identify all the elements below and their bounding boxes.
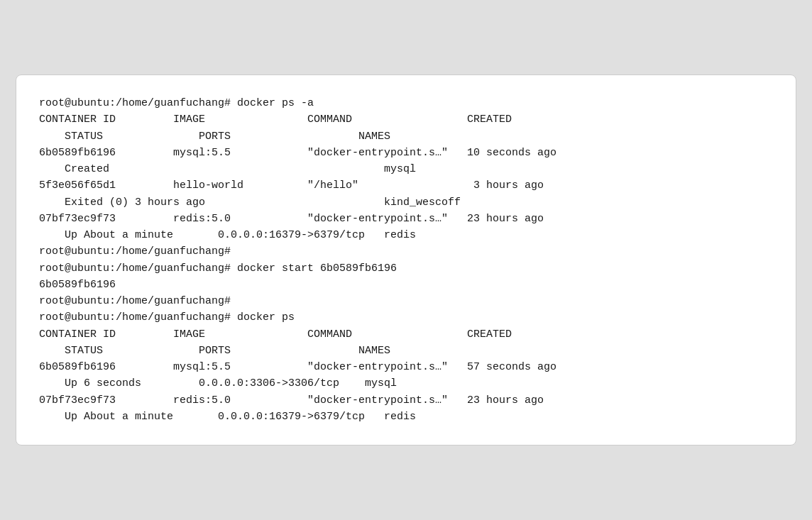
terminal-line-header2a: CONTAINER ID IMAGE COMMAND CREATED	[39, 326, 773, 343]
terminal-line-row5a: 07bf73ec9f73 redis:5.0 "docker-entrypoin…	[39, 392, 773, 409]
terminal-line-header1b: STATUS PORTS NAMES	[39, 128, 773, 145]
terminal-line-cmd5: root@ubuntu:/home/guanfuchang# docker ps	[39, 309, 773, 326]
terminal-line-cmd3: root@ubuntu:/home/guanfuchang# docker st…	[39, 260, 773, 277]
terminal-line-cmd2: root@ubuntu:/home/guanfuchang#	[39, 243, 773, 260]
terminal-window: root@ubuntu:/home/guanfuchang# docker ps…	[16, 74, 796, 446]
terminal-line-row1a: 6b0589fb6196 mysql:5.5 "docker-entrypoin…	[39, 145, 773, 161]
terminal-line-header1a: CONTAINER ID IMAGE COMMAND CREATED	[39, 111, 773, 128]
terminal-line-startout: 6b0589fb6196	[39, 277, 773, 293]
terminal-line-row3b: Up About a minute 0.0.0.0:16379->6379/tc…	[39, 227, 773, 243]
terminal-line-row3a: 07bf73ec9f73 redis:5.0 "docker-entrypoin…	[39, 211, 773, 227]
terminal-line-row4b: Up 6 seconds 0.0.0.0:3306->3306/tcp mysq…	[39, 375, 773, 392]
terminal-line-row5b: Up About a minute 0.0.0.0:16379->6379/tc…	[39, 409, 773, 425]
terminal-line-row2a: 5f3e056f65d1 hello-world "/hello" 3 hour…	[39, 177, 773, 194]
terminal-line-cmd1: root@ubuntu:/home/guanfuchang# docker ps…	[39, 95, 773, 111]
terminal-line-row4a: 6b0589fb6196 mysql:5.5 "docker-entrypoin…	[39, 359, 773, 375]
terminal-line-cmd4: root@ubuntu:/home/guanfuchang#	[39, 293, 773, 309]
terminal-line-header2b: STATUS PORTS NAMES	[39, 343, 773, 359]
terminal-line-row1b: Created mysql	[39, 161, 773, 177]
terminal-line-row2b: Exited (0) 3 hours ago kind_wescoff	[39, 194, 773, 211]
